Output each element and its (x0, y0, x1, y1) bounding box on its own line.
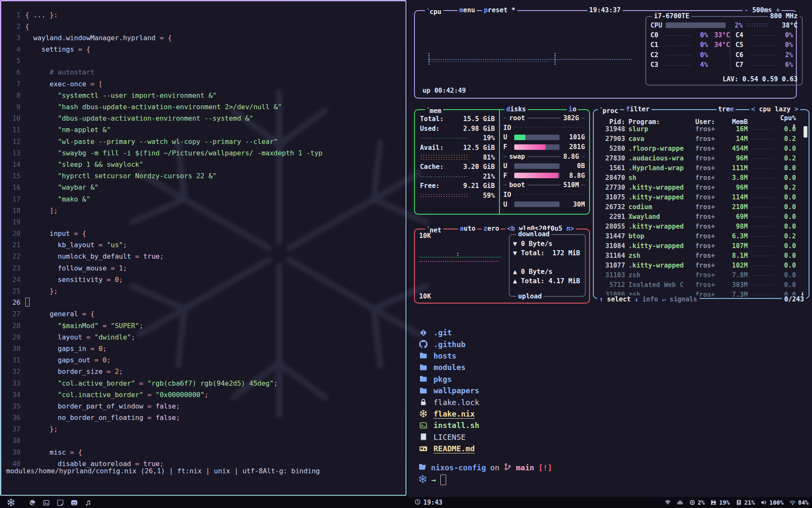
process-row[interactable]: 31447btopfros+6.3M0.2 (594, 231, 809, 241)
notes-taskbar-button[interactable] (55, 497, 65, 508)
process-row[interactable]: 27903cavafros+14M0.2 (594, 134, 809, 144)
process-row[interactable]: 28470shfros+3.8M0.0 (594, 173, 809, 182)
line-number: 11 (1, 124, 21, 135)
network-applet-tray-item[interactable] (664, 499, 671, 506)
process-table-header[interactable]: Pid: Program: User: MemB Cpu% ↑ (594, 114, 809, 124)
process-row[interactable]: 31075.kitty-wrappedfros+114M0.0 (594, 192, 809, 202)
header-program[interactable]: Program: (628, 118, 692, 126)
memory-stat-label: Free: (420, 182, 440, 190)
line-number: 24 (1, 274, 21, 285)
net-zero-button[interactable]: zero (482, 224, 501, 233)
volume-tray-item[interactable]: 100% (760, 499, 784, 506)
disk-io-graph (514, 194, 585, 196)
process-scrollbar[interactable] (804, 126, 807, 138)
memory-usage-tray-item[interactable]: 19% (710, 499, 730, 506)
process-row[interactable]: 31077.kitty-wrappedfros+102M0.0 (594, 260, 809, 270)
menu-button[interactable]: menu (458, 6, 477, 14)
core-usage-percent: 0% (694, 41, 708, 49)
process-row[interactable]: 1561.Hyprland-wrapfros+111M0.0 (594, 163, 809, 173)
process-user: fros+ (695, 155, 720, 162)
process-row[interactable]: 2291Xwaylandfros+69M0.0 (594, 212, 809, 221)
git-icon (418, 329, 428, 337)
uptime-label: up 00:42:49 (422, 87, 466, 94)
process-row[interactable]: 27830.audacious-wrafros+96M0.2 (594, 153, 809, 163)
nixos-menu-taskbar-button[interactable] (6, 497, 16, 508)
sort-prev-button[interactable]: < (751, 105, 759, 113)
editor-line: 6 # autostart (1, 66, 406, 78)
sort-next-button[interactable]: > (790, 105, 798, 113)
process-row[interactable]: 31164zshfros+8.1M0.0 (594, 251, 809, 260)
code-line-text: "hash dbus-update-activation-environment… (25, 101, 282, 113)
cloud-applet-tray-item[interactable] (677, 499, 683, 506)
interval-minus-button[interactable]: - (744, 6, 748, 14)
code-line-text: layout = "dwindle"; (25, 331, 135, 343)
line-number: 25 (1, 285, 21, 297)
select-up-icon[interactable]: ↑ (599, 295, 603, 303)
process-row[interactable]: 31103zshfros+7.8M0.0 (594, 270, 809, 280)
wifi-signal-tray-item[interactable]: 84% (789, 499, 809, 506)
info-button[interactable]: info (642, 295, 658, 303)
code-line-text: "$mainMod" = "SUPER"; (25, 320, 143, 331)
process-pid: 1561 (599, 164, 625, 172)
proc-sort-selector[interactable]: < cpu lazy > (749, 105, 800, 113)
music-taskbar-button[interactable] (83, 497, 93, 508)
select-down-icon[interactable]: ↓ (634, 295, 638, 303)
process-pid: 5712 (599, 281, 625, 289)
proc-filter-button[interactable]: filter (624, 105, 651, 113)
code-line-text: { ... }: (25, 9, 58, 21)
prompt-input-line[interactable]: → (418, 474, 552, 486)
file-item: .git (418, 327, 479, 338)
process-user: fros+ (695, 271, 720, 279)
header-user[interactable]: User: (695, 118, 720, 126)
file-name: LICENSE (433, 433, 466, 442)
code-line-text: general = { (25, 308, 95, 320)
process-cpu-graph (751, 186, 774, 189)
process-row[interactable]: 31948slurpfros+16M0.0 (594, 124, 809, 134)
cpu-graph-spike (428, 52, 430, 65)
header-pid[interactable]: Pid: (599, 118, 625, 126)
process-row[interactable]: 5712Isolated Web Cfros+303M0.0 (594, 280, 809, 290)
proc-tree-button[interactable]: tree (716, 105, 735, 113)
core-usage-percent: 0% (694, 51, 708, 59)
process-cpu: 0.0 (777, 174, 796, 182)
line-number: 1 (1, 9, 21, 21)
line-number: 8 (1, 90, 21, 101)
editor-line: 32 border_size = 2; (1, 366, 406, 377)
process-row[interactable]: 26732codiumfros+210M0.0 (594, 202, 809, 212)
firefox-taskbar-button[interactable] (27, 497, 37, 508)
process-row[interactable]: 28055.kitty-wrappedfros+98M0.0 (594, 221, 809, 231)
disk-row-label: IO (503, 191, 511, 199)
signals-button[interactable]: signals (669, 295, 697, 303)
process-row[interactable]: 5280.floorp-wrappefros+454M0.0 (594, 144, 809, 153)
process-pid: 31164 (599, 252, 625, 260)
editor-line: 33 "col.active_border" = "rgb(cba6f7) rg… (1, 378, 406, 389)
divider-line (582, 118, 585, 119)
process-cpu: 0.2 (777, 184, 796, 191)
cpu-usage-tray-item[interactable]: 2% (689, 499, 705, 506)
net-auto-button[interactable]: auto (458, 224, 477, 233)
file-item: pkgs (418, 373, 479, 385)
disk-row-value: 101G (563, 133, 585, 141)
process-pid: 31075 (599, 193, 625, 201)
editor-line: 20 input = { (1, 228, 406, 239)
select-label[interactable]: select (607, 295, 631, 303)
divider-line (503, 118, 507, 119)
code-line-text: follow_mouse = 1; (25, 262, 127, 274)
cpu-core-row: C50% (730, 40, 812, 50)
disk-row-label: F (503, 143, 511, 151)
disk-usage-tray-item[interactable]: 21% (735, 499, 755, 506)
process-row[interactable]: 31084.kitty-wrappedfros+107M0.0 (594, 241, 809, 251)
code-line-text (25, 297, 30, 308)
code-area[interactable]: 1{ ... }:2{3 wayland.windowManager.hyprl… (1, 9, 406, 470)
taskbar-clock[interactable]: 19:43 (414, 497, 442, 508)
header-memb[interactable]: MemB (723, 118, 748, 126)
preset-button[interactable]: preset * (482, 6, 517, 14)
cpu-frequency: 800 MHz (768, 12, 799, 20)
discord-taskbar-button[interactable] (69, 497, 79, 508)
disk-section-header: root382G (503, 113, 585, 123)
shell-cursor (440, 475, 446, 485)
process-row[interactable]: 27730.kitty-wrappedfros+96M0.2 (594, 182, 809, 192)
memory-meter (420, 137, 469, 139)
terminal-taskbar-button[interactable] (41, 497, 51, 508)
cpu-core-row: C34% (650, 60, 730, 70)
